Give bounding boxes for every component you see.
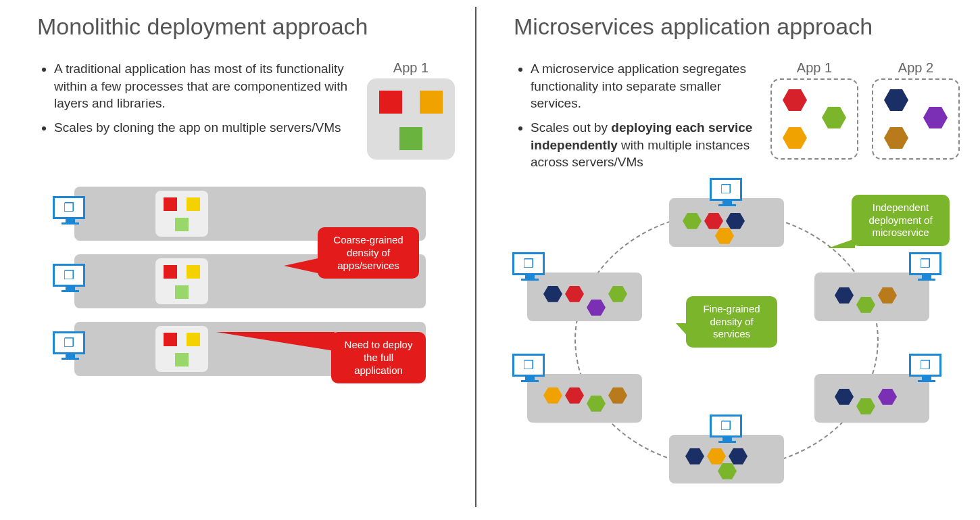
cube-icon: ❒	[64, 202, 74, 214]
bullet-item: Scales out by deploying each service ind…	[531, 119, 757, 171]
service-hex-brown	[884, 127, 908, 149]
callout-fine-density: Fine-grained density of services	[686, 296, 777, 348]
cube-icon: ❒	[720, 420, 731, 432]
service-hex-navy	[884, 89, 908, 111]
service-hex-green	[822, 107, 846, 128]
comparison-slide: Monolithic deployment approach A traditi…	[0, 0, 980, 520]
monitor-icon: ❒	[909, 252, 944, 282]
deployed-app	[155, 258, 208, 304]
monolithic-heading: Monolithic deployment approach	[37, 14, 455, 40]
monitor-icon: ❒	[53, 264, 88, 293]
cluster-node: ❒	[527, 273, 642, 321]
monitor-icon: ❒	[710, 178, 745, 208]
callout-coarse-density: Coarse-grained density of apps/services	[318, 227, 419, 279]
monitor-icon: ❒	[53, 331, 88, 361]
cube-icon: ❒	[64, 269, 74, 281]
service-hex-purple	[923, 107, 948, 128]
monolithic-column: Monolithic deployment approach A traditi…	[0, 0, 475, 520]
microservices-app2-box	[872, 78, 960, 160]
component-square-green	[399, 127, 422, 150]
monitor-icon: ❒	[710, 415, 745, 444]
app1-container: App 1	[770, 60, 858, 178]
callout-tail-icon	[828, 239, 855, 248]
cluster-node: ❒	[527, 374, 642, 423]
monolithic-app-box	[367, 78, 455, 160]
callout-tail-icon	[284, 258, 321, 274]
app1-container: App 1	[367, 60, 455, 160]
cluster-node: ❒	[669, 198, 784, 247]
cube-icon: ❒	[920, 258, 931, 270]
callout-need-deploy: Need to deploy the full application	[331, 332, 426, 383]
cluster-node: ❒	[669, 435, 784, 483]
app1-label: App 1	[367, 60, 455, 76]
app2-label: App 2	[872, 60, 960, 76]
cube-icon: ❒	[720, 183, 731, 195]
cluster-node: ❒	[814, 273, 929, 321]
monitor-icon: ❒	[512, 252, 547, 282]
deployed-app	[155, 191, 208, 237]
cube-icon: ❒	[920, 359, 931, 371]
microservices-cluster-diagram: Independent deployment of microservice F…	[514, 185, 960, 496]
callout-tail-icon	[216, 332, 335, 351]
microservices-heading: Microservices application approach	[514, 14, 960, 40]
cube-icon: ❒	[523, 359, 534, 371]
microservices-apps-row: App 1 App 2	[770, 60, 960, 178]
microservices-app1-box	[770, 78, 858, 160]
monolithic-bullets: A traditional application has most of it…	[37, 60, 353, 160]
app2-container: App 2	[872, 60, 960, 178]
monitor-icon: ❒	[909, 354, 944, 383]
microservices-bullets: A microservice application segregates fu…	[514, 60, 757, 178]
cluster-node: ❒	[814, 374, 929, 423]
monitor-icon: ❒	[53, 196, 88, 226]
bullet-item: A microservice application segregates fu…	[531, 60, 757, 112]
service-hex-red	[783, 89, 807, 111]
microservices-top-row: A microservice application segregates fu…	[514, 60, 960, 178]
monolithic-top-row: A traditional application has most of it…	[37, 60, 455, 160]
deployed-app	[155, 326, 208, 372]
app1-label: App 1	[770, 60, 858, 76]
cube-icon: ❒	[64, 337, 74, 349]
monitor-icon: ❒	[512, 354, 547, 383]
microservices-column: Microservices application approach A mic…	[476, 0, 980, 520]
bullet-item: Scales by cloning the app on multiple se…	[54, 119, 353, 137]
monolithic-servers: ❒ ❒	[74, 187, 426, 376]
cube-icon: ❒	[523, 258, 534, 270]
callout-independent-deploy: Independent deployment of microservice	[852, 195, 950, 246]
service-hex-orange	[783, 127, 807, 149]
component-square-orange	[420, 91, 443, 114]
component-square-red	[379, 91, 402, 114]
bullet-item: A traditional application has most of it…	[54, 60, 353, 112]
callout-tail-icon	[676, 323, 689, 338]
